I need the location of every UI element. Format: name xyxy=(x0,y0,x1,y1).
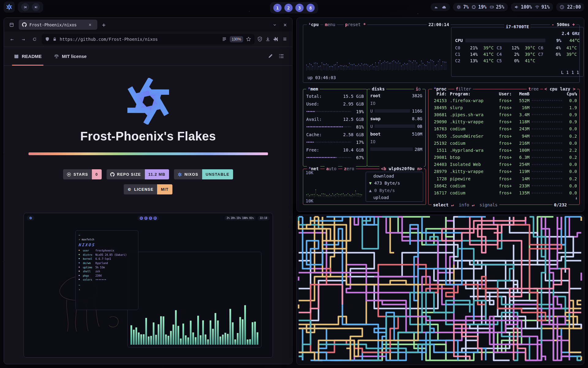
hamburger-menu-icon[interactable]: ≡ xyxy=(281,35,288,43)
cpu-core-row: C3 12% 39°C xyxy=(497,44,538,51)
proc-scroll-up-icon[interactable]: ↑ xyxy=(575,92,578,97)
select-button[interactable]: select xyxy=(433,202,449,207)
badge-repo-size[interactable]: REPO SIZE 11.2 MB xyxy=(107,169,169,179)
badge-nixos[interactable]: NIXOS UNSTABLE xyxy=(174,169,233,179)
net-scale-top: 10K xyxy=(306,170,313,175)
media-next-button[interactable] xyxy=(32,3,40,11)
volume-stat[interactable]: 100% xyxy=(514,4,532,10)
process-row[interactable]: 24403 Isolated Web fros+ 254M 0.0 xyxy=(431,161,577,168)
nixos-menu-button[interactable] xyxy=(4,2,15,13)
browser-tab[interactable]: Frost-Phoenix/nixos × xyxy=(19,20,97,30)
tab-mit-license[interactable]: MIT license xyxy=(52,47,89,65)
proc-scroll-down-icon[interactable]: ↓ xyxy=(575,195,578,200)
tab-license-label: MIT license xyxy=(62,54,87,59)
edit-pencil-icon[interactable] xyxy=(268,53,273,59)
process-row[interactable]: 1728 pipewire fros+ 14M 0.2 xyxy=(431,175,577,182)
process-row[interactable]: 25192 codium fros+ 216M 0.0 xyxy=(431,140,577,147)
desktop-screenshot-preview[interactable]: 1238 2%20%15%100%91% 22:18 ~ › maxfetch xyxy=(24,213,273,358)
clock-icon xyxy=(560,5,564,10)
badge-repo-size-label: REPO SIZE xyxy=(117,172,141,177)
process-row[interactable]: 24153 .firefox-wrap fros+ 552M 0.0 xyxy=(431,97,577,104)
disk-boot-size: 510M xyxy=(412,132,422,136)
new-tab-button[interactable]: + xyxy=(100,21,108,29)
weather-widget[interactable] xyxy=(431,3,450,11)
reload-button[interactable] xyxy=(30,35,39,44)
firefox-view-icon[interactable] xyxy=(7,20,16,29)
process-row[interactable]: 28979 .kitty-wrappe fros+ 119M 0.0 xyxy=(431,168,577,175)
proc-filter-button[interactable]: filter xyxy=(454,86,473,92)
memory-stat[interactable]: 19% xyxy=(471,4,486,10)
downloads-icon[interactable] xyxy=(265,36,270,42)
update-interval-control[interactable]: - 500ms + xyxy=(550,22,576,27)
mem-row: Used:2.95 GiB 19% xyxy=(306,100,364,115)
pocket-shield-icon[interactable] xyxy=(257,36,262,42)
list-tabs-chevron-icon[interactable] xyxy=(271,21,279,29)
proc-sort-selector[interactable]: < cpu lazy > xyxy=(543,86,577,92)
window-close-button[interactable]: × xyxy=(281,21,289,29)
preview-cava-window xyxy=(127,252,262,347)
shield-icon[interactable] xyxy=(45,37,50,41)
workspace-button[interactable]: 1 xyxy=(273,4,282,12)
process-row[interactable]: 38495 slurp fros+ 16M 1.9 xyxy=(431,104,577,111)
zoom-indicator[interactable]: 130% xyxy=(230,36,243,42)
wifi-stat[interactable]: 91% xyxy=(535,4,550,10)
proc-tree-toggle[interactable]: tree xyxy=(527,86,540,92)
btop-preset-button[interactable]: preset * xyxy=(344,22,367,27)
workspace-button[interactable]: 2 xyxy=(285,4,293,12)
info-button[interactable]: info xyxy=(459,202,469,207)
net-interface-selector[interactable]: <b wlp0s20f0u n> xyxy=(379,166,424,171)
bookmark-star-icon[interactable] xyxy=(246,36,251,42)
preview-workspace: 2 xyxy=(144,217,148,220)
back-button[interactable]: ← xyxy=(8,35,16,44)
workspace-button[interactable]: 3 xyxy=(296,4,304,12)
process-row[interactable]: 7655 .SoundWireSer fros+ 94M 0.2 xyxy=(431,132,577,140)
url-text[interactable]: https://github.com/Frost-Phoenix/nixos xyxy=(60,37,219,42)
signals-button[interactable]: signals xyxy=(480,202,498,207)
btop-cpu-box: ¹cpu menu preset * 22:00:14 - 500ms + up… xyxy=(303,25,580,83)
net-speed-panel: download ▼ 473 Byte/s ▲ 0 Byte/s upload xyxy=(366,172,423,202)
process-row[interactable]: 29081 btop fros+ 6.3M 0.2 xyxy=(431,154,577,161)
process-row[interactable]: 16642 codium fros+ 233M 0.0 xyxy=(431,182,577,189)
fetch-row: ◆ pkgs 2394 xyxy=(79,274,135,278)
nixos-snowflake-logo xyxy=(125,78,172,125)
cpu-stat[interactable]: 7% xyxy=(456,4,469,10)
forward-button[interactable]: → xyxy=(19,35,28,44)
snowflake-icon xyxy=(178,172,182,177)
clock-widget[interactable]: 22:00 xyxy=(556,3,584,11)
process-row[interactable]: 1511 .Hyprland-wra fros+ 100M 2.2 xyxy=(431,147,577,154)
preview-fetch-terminal: ~ › maxfetch NIXOS ◆ user frostphoenix xyxy=(75,230,138,310)
disk-swap-name: swap xyxy=(370,116,381,121)
extensions-puzzle-icon[interactable] xyxy=(273,36,278,42)
tab-readme[interactable]: README xyxy=(12,47,43,65)
outline-list-icon[interactable] xyxy=(279,53,284,59)
badge-license[interactable]: © LICENSE MIT xyxy=(124,184,172,194)
book-icon xyxy=(14,54,19,59)
tab-close-button[interactable]: × xyxy=(86,21,94,29)
disks-io-toggle[interactable]: io xyxy=(414,86,422,92)
url-bar[interactable]: https://github.com/Frost-Phoenix/nixos 1… xyxy=(42,34,254,44)
cpu-total-percent: 9% xyxy=(548,38,561,43)
process-row[interactable]: 29090 .kitty-wrappe fros+ 118M 0.9 xyxy=(431,118,577,125)
btop-proc-box: ⁴proc filter tree < cpu lazy > Pid: Prog… xyxy=(428,89,580,205)
cpu-history-graph xyxy=(306,33,447,71)
wifi-icon xyxy=(535,5,540,10)
process-row[interactable]: 30681 .pipes.sh-wra fros+ 3.4M 0.9 xyxy=(431,111,577,118)
workspace-button[interactable]: 8 xyxy=(307,4,315,12)
badge-stars[interactable]: STARS 0 xyxy=(63,169,102,179)
star-icon xyxy=(67,172,71,177)
badge-repo-size-value: 11.2 MB xyxy=(145,169,169,179)
net-zero-toggle[interactable]: zero xyxy=(342,166,356,171)
fetch-row: ◆ colors ••••••• xyxy=(79,278,135,282)
badge-license-label: LICENSE xyxy=(134,187,153,192)
reader-view-icon[interactable] xyxy=(222,36,227,42)
cpu-core-list: C0 21% 39°C C1 14% 41°C C2 13% 41°C xyxy=(455,44,580,64)
readme-body: Frost-Phoenix's Flakes STARS 0 REPO SIZE… xyxy=(4,66,292,364)
net-auto-toggle[interactable]: auto xyxy=(325,166,338,171)
process-row[interactable]: 16717 codium fros+ 135M 0.0 xyxy=(431,189,577,196)
btop-menu-button[interactable]: menu xyxy=(323,22,337,27)
disk-stat[interactable]: 25% xyxy=(489,4,504,10)
preview-workspace: 8 xyxy=(153,217,157,220)
process-row[interactable]: 16763 codium fros+ 243M 0.0 xyxy=(431,125,577,132)
fetch-rows: ◆ user frostphoenix ◆ distro NixOS 24.05… xyxy=(79,249,135,282)
media-prev-button[interactable] xyxy=(21,3,29,11)
